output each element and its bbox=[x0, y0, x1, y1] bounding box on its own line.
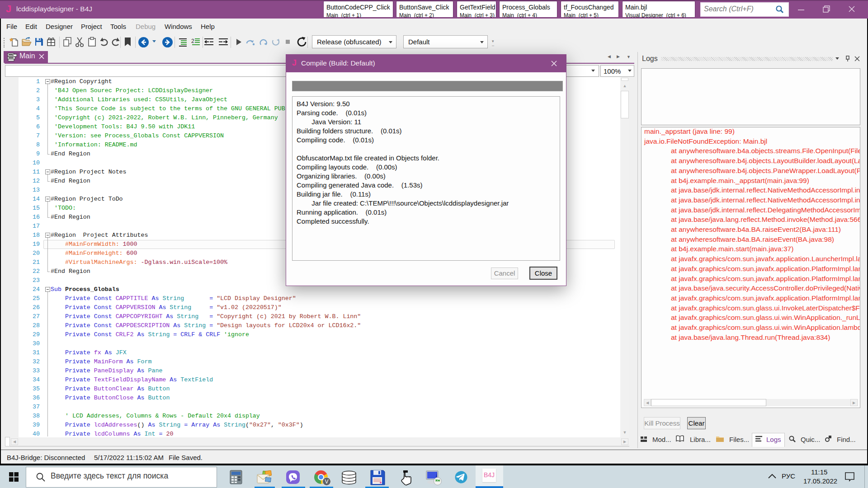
svg-text:2: 2 bbox=[191, 38, 194, 44]
